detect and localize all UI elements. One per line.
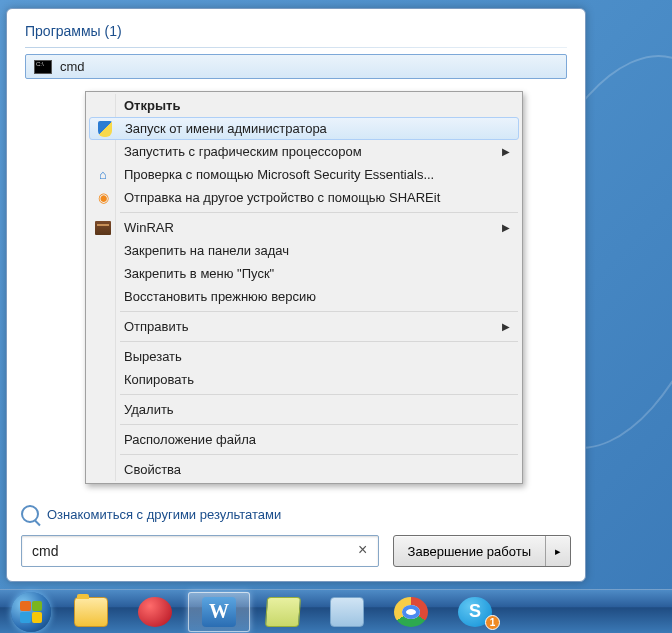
menu-item-pin-start[interactable]: Закрепить в меню "Пуск" (88, 262, 520, 285)
section-divider (25, 47, 567, 48)
menu-item-run-gpu[interactable]: Запустить с графическим процессором ▶ (88, 140, 520, 163)
search-result-cmd[interactable]: cmd (25, 54, 567, 79)
clear-search-button[interactable]: × (354, 542, 372, 560)
start-menu-panel: Программы (1) cmd Открыть Запуск от имен… (6, 8, 586, 582)
menu-item-file-location[interactable]: Расположение файла (88, 428, 520, 451)
word-icon: W (202, 597, 236, 627)
start-menu-bottom-bar: cmd × Завершение работы ▸ (21, 535, 571, 567)
menu-item-cut[interactable]: Вырезать (88, 345, 520, 368)
search-icon (21, 505, 39, 523)
menu-item-copy[interactable]: Копировать (88, 368, 520, 391)
search-input[interactable]: cmd × (21, 535, 379, 567)
shield-icon (96, 120, 114, 138)
menu-item-run-as-admin[interactable]: Запуск от имени администратора (89, 117, 519, 140)
mse-icon: ⌂ (94, 166, 112, 184)
menu-separator (120, 394, 518, 395)
winrar-icon (94, 219, 112, 237)
taskbar-item-word[interactable]: W (188, 592, 250, 632)
taskbar-item-opera[interactable] (124, 592, 186, 632)
search-input-value: cmd (32, 543, 354, 559)
start-button[interactable] (4, 590, 58, 634)
shareit-icon: ◉ (94, 189, 112, 207)
windows-logo-icon (11, 592, 51, 632)
taskbar-item-calculator[interactable] (316, 592, 378, 632)
shutdown-options-arrow[interactable]: ▸ (546, 536, 570, 566)
context-menu: Открыть Запуск от имени администратора З… (85, 91, 523, 484)
section-header-programs: Программы (1) (7, 9, 585, 47)
search-result-label: cmd (60, 59, 85, 74)
menu-separator (120, 311, 518, 312)
taskbar-item-explorer[interactable] (60, 592, 122, 632)
taskbar-item-notepad[interactable] (252, 592, 314, 632)
shutdown-button[interactable]: Завершение работы ▸ (393, 535, 571, 567)
calculator-icon (330, 597, 364, 627)
menu-item-pin-taskbar[interactable]: Закрепить на панели задач (88, 239, 520, 262)
menu-item-winrar[interactable]: WinRAR ▶ (88, 216, 520, 239)
chevron-right-icon: ▶ (502, 146, 510, 157)
menu-item-delete[interactable]: Удалить (88, 398, 520, 421)
taskbar-item-chrome[interactable] (380, 592, 442, 632)
taskbar-item-skype[interactable]: S 1 (444, 592, 506, 632)
menu-item-restore-version[interactable]: Восстановить прежнюю версию (88, 285, 520, 308)
notepad-icon (265, 597, 301, 627)
menu-separator (120, 341, 518, 342)
menu-item-open[interactable]: Открыть (88, 94, 520, 117)
menu-separator (120, 424, 518, 425)
menu-separator (120, 454, 518, 455)
menu-item-shareit[interactable]: ◉ Отправка на другое устройство с помощь… (88, 186, 520, 209)
folder-icon (74, 597, 108, 627)
menu-item-properties[interactable]: Свойства (88, 458, 520, 481)
chrome-icon (394, 597, 428, 627)
taskbar: W S 1 (0, 589, 672, 633)
menu-item-mse-scan[interactable]: ⌂ Проверка с помощью Microsoft Security … (88, 163, 520, 186)
chevron-right-icon: ▶ (502, 222, 510, 233)
notification-badge: 1 (485, 615, 500, 630)
menu-separator (120, 212, 518, 213)
other-results-link[interactable]: Ознакомиться с другими результатами (21, 505, 281, 523)
cmd-icon (34, 60, 52, 74)
opera-icon (138, 597, 172, 627)
menu-item-send-to[interactable]: Отправить ▶ (88, 315, 520, 338)
chevron-right-icon: ▶ (502, 321, 510, 332)
shutdown-label: Завершение работы (394, 536, 546, 566)
